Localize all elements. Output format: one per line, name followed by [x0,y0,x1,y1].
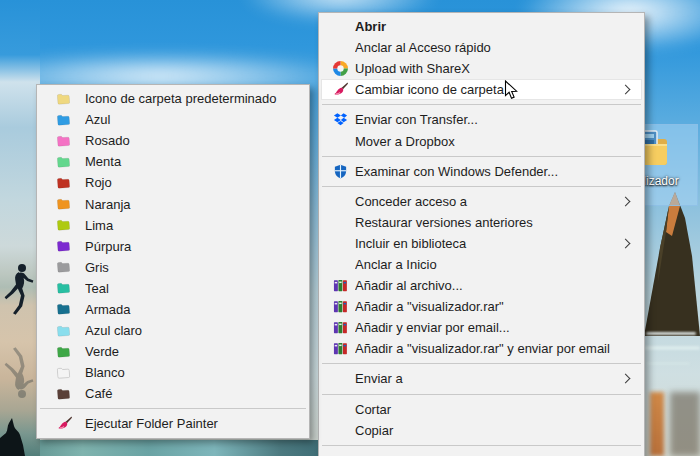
cliff-rock [642,186,700,336]
submenu-item-ejecutar-folder-painter[interactable]: Ejecutar Folder Painter [39,413,307,434]
menu-item-label: Anclar al Acceso rápido [355,40,634,55]
menu-item-label: Añadir a "visualizador.rar" y enviar por… [355,341,634,356]
menu-item-label: Añadir a "visualizador.rar" [355,299,634,314]
menu-item-label: Abrir [355,19,634,34]
winrar-icon [325,278,355,293]
folder-color-icon [57,93,85,105]
menu-item-anclar-acceso-rapido[interactable]: Anclar al Acceso rápido [321,37,642,58]
menu-item-label: Café [85,386,299,401]
folder-color-icon [57,346,85,358]
menu-separator [322,104,641,105]
menu-item-abrir[interactable]: Abrir [321,16,642,37]
menu-item-label: Menta [85,154,299,169]
defender-icon [325,164,355,179]
menu-item-label: Examinar con Windows Defender... [355,164,634,179]
folder-color-icon [57,303,85,315]
menu-separator [322,186,641,187]
menu-item-label: Mover a Dropbox [355,134,634,149]
menu-item-label: Enviar con Transfer... [355,112,634,127]
jogger-silhouette [1,262,39,332]
submenu-item-blanco[interactable]: Blanco [39,362,307,383]
menu-item-cambiar-icono-carpeta[interactable]: Cambiar icono de carpeta [321,79,642,100]
menu-item-winrar-anadir-rar[interactable]: Añadir a "visualizador.rar" [321,296,642,317]
brush-icon [325,82,355,97]
submenu-item-teal[interactable]: Teal [39,278,307,299]
menu-item-label: Cambiar icono de carpeta [355,82,614,97]
folder-color-icon [57,156,85,168]
menu-item-label: Añadir al archivo... [355,278,634,293]
menu-item-cortar[interactable]: Cortar [321,399,642,420]
menu-item-label: Enviar a [355,371,614,386]
submenu-item-cafe[interactable]: Café [39,383,307,404]
menu-item-label: Azul [85,112,299,127]
menu-item-anclar-a-inicio[interactable]: Anclar a Inicio [321,254,642,275]
folder-painter-submenu: Icono de carpeta predeterminadoAzulRosad… [36,84,310,439]
menu-item-label: Blanco [85,365,299,380]
menu-item-enviar-a[interactable]: Enviar a [321,368,642,389]
menu-item-mover-a-dropbox[interactable]: Mover a Dropbox [321,130,642,151]
submenu-item-icono-predeterminado[interactable]: Icono de carpeta predeterminado [39,88,307,109]
menu-item-label: Púrpura [85,239,299,254]
folder-color-icon [57,388,85,400]
menu-item-label: Conceder acceso a [355,194,614,209]
menu-item-restaurar-versiones[interactable]: Restaurar versiones anteriores [321,212,642,233]
context-menu: AbrirAnclar al Acceso rápidoUpload with … [318,12,645,456]
submenu-item-armada[interactable]: Armada [39,299,307,320]
wave-foam [646,332,696,335]
menu-item-label: Ejecutar Folder Painter [85,416,299,431]
menu-item-label: Añadir y enviar por email... [355,320,634,335]
menu-item-crear-acceso-directo[interactable]: Crear acceso directo [321,450,642,456]
menu-item-label: Anclar a Inicio [355,257,634,272]
submenu-item-azul[interactable]: Azul [39,109,307,130]
submenu-item-purpura[interactable]: Púrpura [39,236,307,257]
submenu-item-gris[interactable]: Gris [39,257,307,278]
menu-item-conceder-acceso[interactable]: Conceder acceso a [321,191,642,212]
folder-color-icon [57,114,85,126]
menu-item-label: Copiar [355,423,634,438]
menu-item-label: Naranja [85,197,299,212]
folder-color-icon [57,261,85,273]
folder-color-icon [57,177,85,189]
menu-item-enviar-con-transfer[interactable]: Enviar con Transfer... [321,109,642,130]
submenu-item-azul-claro[interactable]: Azul claro [39,320,307,341]
submenu-item-menta[interactable]: Menta [39,151,307,172]
brush-icon [57,416,85,431]
menu-item-label: Restaurar versiones anteriores [355,215,634,230]
folder-color-icon [57,367,85,379]
desktop: visualizador AbrirAnclar al Acceso rápid… [0,0,700,456]
menu-separator [322,445,641,446]
menu-item-upload-sharex[interactable]: Upload with ShareX [321,58,642,79]
sharex-icon [325,61,355,76]
menu-item-winrar-anadir-archivo[interactable]: Añadir al archivo... [321,275,642,296]
folder-color-icon [57,325,85,337]
menu-item-label: Rojo [85,175,299,190]
menu-item-copiar[interactable]: Copiar [321,420,642,441]
folder-color-icon [57,198,85,210]
folder-color-icon [57,282,85,294]
submenu-item-lima[interactable]: Lima [39,215,307,236]
menu-item-winrar-anadir-rar-email[interactable]: Añadir a "visualizador.rar" y enviar por… [321,338,642,359]
menu-item-winrar-anadir-email[interactable]: Añadir y enviar por email... [321,317,642,338]
menu-item-incluir-en-biblioteca[interactable]: Incluir en biblioteca [321,233,642,254]
mouse-cursor [504,80,518,100]
winrar-icon [325,341,355,356]
menu-separator [322,394,641,395]
rock-reflection [670,392,700,456]
submenu-item-verde[interactable]: Verde [39,341,307,362]
submenu-item-naranja[interactable]: Naranja [39,193,307,214]
jogger-reflection [1,330,39,400]
sunset-reflection [650,392,664,456]
submenu-item-rosado[interactable]: Rosado [39,130,307,151]
menu-item-label: Gris [85,260,299,275]
beach-water [0,440,330,456]
menu-item-label: Icono de carpeta predeterminado [85,91,299,106]
menu-separator [322,156,641,157]
menu-item-label: Lima [85,218,299,233]
folder-color-icon [57,135,85,147]
chevron-right-icon [621,85,631,95]
folder-color-icon [57,219,85,231]
menu-item-examinar-windows-defender[interactable]: Examinar con Windows Defender... [321,161,642,182]
wave-foam [646,362,690,365]
menu-item-label: Armada [85,302,299,317]
submenu-item-rojo[interactable]: Rojo [39,172,307,193]
